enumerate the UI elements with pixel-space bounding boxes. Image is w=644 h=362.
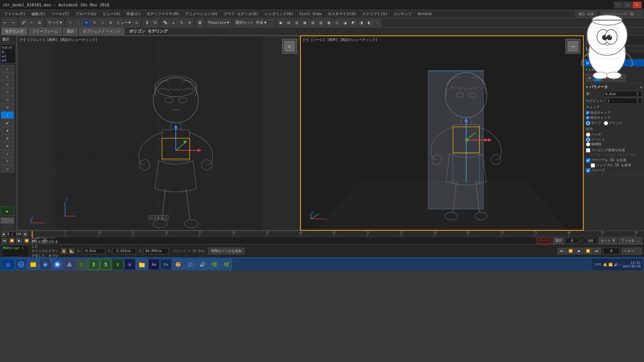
maxscript-mini[interactable]: MAXScript ミ bbox=[2, 245, 29, 257]
tray-icon2[interactable]: 📶 bbox=[608, 263, 612, 266]
taskbar-app4[interactable] bbox=[172, 259, 184, 270]
select-key-btn[interactable]: 選択 bbox=[553, 237, 564, 244]
cap-start-checkbox[interactable]: 始点キャップ bbox=[586, 110, 642, 115]
rt-modifier[interactable]: ☰ bbox=[594, 74, 601, 81]
play-btn[interactable]: ▶ bbox=[16, 238, 22, 243]
render12[interactable]: ◧ bbox=[366, 19, 373, 26]
pivot-button[interactable]: ⊙ bbox=[133, 19, 140, 26]
next-frame-btn[interactable]: ⏩ bbox=[23, 238, 30, 243]
front-navcube[interactable]: 前 bbox=[282, 39, 297, 54]
taskbar-excel[interactable]: X bbox=[112, 259, 123, 270]
view-dropdown[interactable]: ビュー ▼ bbox=[115, 19, 132, 26]
redo-button[interactable]: ↪ bbox=[9, 19, 17, 26]
render9[interactable]: ◪ bbox=[341, 19, 349, 26]
taskbar-app8[interactable]: 🌿 bbox=[221, 259, 232, 270]
tray-clock[interactable]: 12:51 2017/06/28 bbox=[623, 261, 641, 268]
render-button[interactable]: 🖼 bbox=[196, 19, 204, 26]
menu-create[interactable]: 作成(C) bbox=[124, 11, 143, 17]
patch-radio[interactable]: パッチ bbox=[586, 132, 642, 137]
menu-edit[interactable]: 編集(E) bbox=[29, 11, 48, 17]
menu-rendering[interactable]: レンダリング(R) bbox=[262, 11, 296, 17]
vp-mini-btn-1[interactable]: ⬅ bbox=[149, 215, 155, 220]
taskbar-app5[interactable]: 📺 bbox=[184, 259, 196, 270]
taskbar-ae[interactable]: Ae bbox=[148, 259, 160, 270]
menu-civil[interactable]: Civil View bbox=[297, 11, 324, 17]
tab-modeling[interactable]: モデリング bbox=[1, 28, 27, 35]
render6[interactable]: ▨ bbox=[317, 19, 325, 26]
coord-z-input[interactable]: 94.095cm bbox=[144, 248, 169, 254]
rt-settings[interactable]: ⚙ bbox=[586, 74, 593, 81]
tool-paint[interactable]: 🖌 bbox=[1, 119, 14, 126]
taskbar-app6[interactable]: 🔊 bbox=[197, 259, 208, 270]
ref-coord-button[interactable]: ⊞ bbox=[107, 19, 114, 26]
select-filter-dropdown[interactable]: すべて ▼ bbox=[46, 19, 64, 26]
vp-mini-btn-2[interactable]: ▮ bbox=[156, 215, 162, 220]
tool-6[interactable]: ✱ bbox=[1, 127, 14, 134]
coord-x-input[interactable]: -0.0cm bbox=[82, 248, 105, 254]
bind-button[interactable]: ⛓ bbox=[36, 19, 43, 26]
lock-icon[interactable]: 🔒 bbox=[61, 248, 66, 254]
render2[interactable]: ▤ bbox=[285, 19, 292, 26]
amount-spinner[interactable]: ▲ ▼ bbox=[637, 92, 641, 96]
persp-navcube[interactable]: TOP bbox=[566, 39, 580, 54]
set-k-btn[interactable]: セット K bbox=[598, 237, 617, 244]
close-button[interactable]: ✕ bbox=[633, 2, 641, 8]
play-animation[interactable]: ▶ bbox=[1, 206, 14, 216]
obj-item-2[interactable]: ●B bbox=[2, 58, 15, 62]
rpanel-icon-plus[interactable]: + bbox=[586, 37, 593, 44]
tab-select[interactable]: 選択 bbox=[63, 28, 78, 35]
taskbar-3dsmax2[interactable]: 3 bbox=[100, 259, 111, 270]
selection-set-dropdown[interactable]: 選択セット 作成 ▼ bbox=[234, 19, 274, 26]
smooth-checkbox[interactable]: スムーズ bbox=[586, 168, 642, 173]
minimize-button[interactable]: ─ bbox=[614, 2, 623, 8]
material-id-checkbox[interactable]: マテリアル ID を生成 bbox=[586, 158, 642, 163]
rt-delete[interactable]: 🗑 bbox=[610, 74, 618, 81]
filter-btn[interactable]: フィルタ... bbox=[619, 237, 643, 244]
render5[interactable]: ▧ bbox=[309, 19, 317, 26]
frame-fwd-btn[interactable]: ▶ bbox=[23, 232, 28, 237]
viewport-front[interactable]: [+] [フロント] [標準] [既定のシェーディング] bbox=[17, 36, 300, 231]
frame-counter[interactable]: 0 / 100 bbox=[6, 232, 23, 237]
shape-id-checkbox[interactable]: シェイプの ID を使用 bbox=[586, 163, 642, 168]
frame-back-btn[interactable]: ◀ bbox=[1, 232, 5, 237]
taskbar-app2[interactable] bbox=[64, 259, 75, 270]
add-key-btn[interactable]: + キー bbox=[622, 248, 642, 254]
prev-frame-btn[interactable]: ⏪ bbox=[9, 238, 15, 243]
render7[interactable]: ▩ bbox=[325, 19, 333, 26]
unlink-button[interactable]: ✂ bbox=[28, 19, 35, 26]
status-prev-btn[interactable]: ⏮ bbox=[557, 248, 566, 254]
menu-file[interactable]: ファイル(F) bbox=[1, 11, 28, 17]
tool-move[interactable]: ✛ bbox=[1, 73, 14, 80]
status-next-btn[interactable]: ⏭ bbox=[593, 248, 601, 254]
move-button[interactable]: ✛ bbox=[83, 19, 90, 26]
rpanel-icon-modifier[interactable]: ☰ bbox=[594, 37, 601, 44]
taskbar-ie[interactable] bbox=[15, 259, 27, 270]
segment-spinner[interactable]: ▲ ▼ bbox=[637, 99, 641, 103]
render4[interactable]: ▦ bbox=[301, 19, 309, 26]
cap-start-input[interactable] bbox=[586, 111, 589, 114]
tool-select[interactable]: ↖ bbox=[1, 65, 14, 72]
rpanel-icon-hierarchy[interactable]: ⊞ bbox=[602, 37, 609, 44]
menu-content[interactable]: コンテンツ bbox=[391, 11, 415, 17]
tool-5[interactable]: ≋ bbox=[1, 104, 14, 111]
modifier-line[interactable]: ▶ Line bbox=[584, 66, 644, 73]
goto-start-btn[interactable]: ⏮ bbox=[1, 238, 7, 243]
menu-group[interactable]: グループ(G) bbox=[73, 11, 100, 17]
rpanel-icon-motion[interactable]: ● bbox=[610, 37, 617, 44]
tool-edit[interactable]: ✎ bbox=[1, 111, 14, 119]
snap-toggle[interactable]: 🔩 bbox=[162, 19, 169, 26]
mapping-coords-checkbox[interactable]: マッピング座標を生成 bbox=[586, 148, 642, 153]
select-link-button[interactable]: 🔗 bbox=[20, 19, 27, 26]
menu-modifiers[interactable]: モディファイヤ(M) bbox=[144, 11, 182, 17]
taskbar-folder2[interactable] bbox=[136, 259, 148, 270]
tool-9[interactable]: ↕ bbox=[1, 150, 14, 157]
menu-tools[interactable]: ツール(T) bbox=[49, 11, 72, 17]
segment-input[interactable]: 1 ▲ ▼ bbox=[606, 98, 642, 104]
menu-script[interactable]: スクリプト(S) bbox=[360, 11, 390, 17]
snap-icon[interactable]: 📐 bbox=[69, 248, 74, 254]
taskbar-app1[interactable]: e bbox=[40, 259, 51, 270]
add-time-cursor-btn[interactable]: 時間カーソルを追加 bbox=[208, 248, 245, 254]
select-button[interactable]: ↖ bbox=[67, 19, 74, 26]
morph-radio[interactable]: モーフ bbox=[586, 121, 601, 125]
tray-icon4[interactable]: ⚡ bbox=[619, 263, 621, 266]
